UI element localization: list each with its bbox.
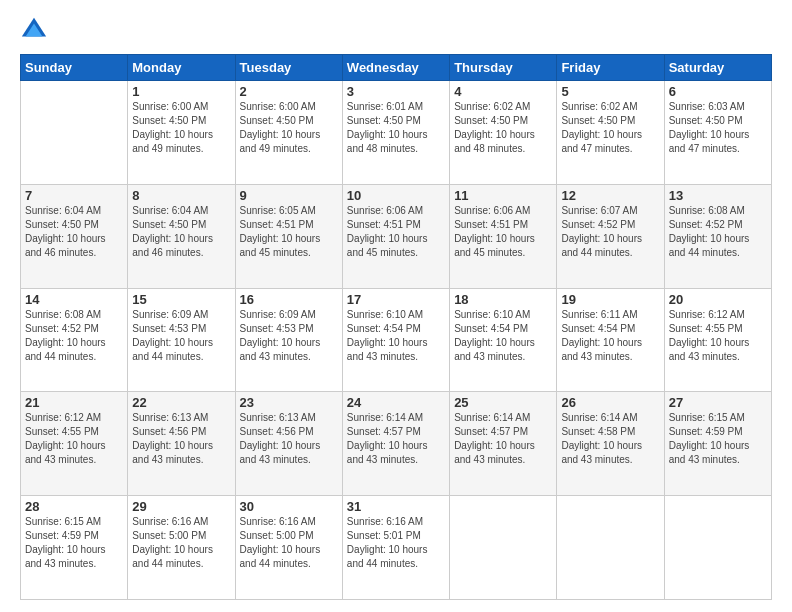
day-info: Sunrise: 6:16 AM Sunset: 5:01 PM Dayligh… xyxy=(347,515,445,571)
calendar-cell: 3Sunrise: 6:01 AM Sunset: 4:50 PM Daylig… xyxy=(342,81,449,185)
day-number: 5 xyxy=(561,84,659,99)
calendar-cell: 24Sunrise: 6:14 AM Sunset: 4:57 PM Dayli… xyxy=(342,392,449,496)
calendar-cell: 22Sunrise: 6:13 AM Sunset: 4:56 PM Dayli… xyxy=(128,392,235,496)
calendar-cell xyxy=(450,496,557,600)
day-number: 20 xyxy=(669,292,767,307)
day-number: 10 xyxy=(347,188,445,203)
day-number: 9 xyxy=(240,188,338,203)
day-info: Sunrise: 6:12 AM Sunset: 4:55 PM Dayligh… xyxy=(669,308,767,364)
page: SundayMondayTuesdayWednesdayThursdayFrid… xyxy=(0,0,792,612)
weekday-header-tuesday: Tuesday xyxy=(235,55,342,81)
day-info: Sunrise: 6:06 AM Sunset: 4:51 PM Dayligh… xyxy=(454,204,552,260)
day-info: Sunrise: 6:16 AM Sunset: 5:00 PM Dayligh… xyxy=(240,515,338,571)
calendar-cell: 10Sunrise: 6:06 AM Sunset: 4:51 PM Dayli… xyxy=(342,184,449,288)
day-number: 6 xyxy=(669,84,767,99)
day-number: 16 xyxy=(240,292,338,307)
calendar-cell xyxy=(664,496,771,600)
header xyxy=(20,16,772,44)
day-info: Sunrise: 6:12 AM Sunset: 4:55 PM Dayligh… xyxy=(25,411,123,467)
day-number: 30 xyxy=(240,499,338,514)
calendar-cell: 1Sunrise: 6:00 AM Sunset: 4:50 PM Daylig… xyxy=(128,81,235,185)
day-number: 11 xyxy=(454,188,552,203)
day-number: 29 xyxy=(132,499,230,514)
day-info: Sunrise: 6:13 AM Sunset: 4:56 PM Dayligh… xyxy=(240,411,338,467)
weekday-header-row: SundayMondayTuesdayWednesdayThursdayFrid… xyxy=(21,55,772,81)
day-number: 15 xyxy=(132,292,230,307)
day-info: Sunrise: 6:10 AM Sunset: 4:54 PM Dayligh… xyxy=(454,308,552,364)
weekday-header-thursday: Thursday xyxy=(450,55,557,81)
day-info: Sunrise: 6:11 AM Sunset: 4:54 PM Dayligh… xyxy=(561,308,659,364)
calendar-cell: 8Sunrise: 6:04 AM Sunset: 4:50 PM Daylig… xyxy=(128,184,235,288)
week-row-4: 21Sunrise: 6:12 AM Sunset: 4:55 PM Dayli… xyxy=(21,392,772,496)
calendar-cell: 16Sunrise: 6:09 AM Sunset: 4:53 PM Dayli… xyxy=(235,288,342,392)
weekday-header-friday: Friday xyxy=(557,55,664,81)
day-info: Sunrise: 6:15 AM Sunset: 4:59 PM Dayligh… xyxy=(669,411,767,467)
weekday-header-saturday: Saturday xyxy=(664,55,771,81)
day-number: 27 xyxy=(669,395,767,410)
day-number: 12 xyxy=(561,188,659,203)
day-info: Sunrise: 6:03 AM Sunset: 4:50 PM Dayligh… xyxy=(669,100,767,156)
day-number: 2 xyxy=(240,84,338,99)
calendar-cell: 13Sunrise: 6:08 AM Sunset: 4:52 PM Dayli… xyxy=(664,184,771,288)
week-row-3: 14Sunrise: 6:08 AM Sunset: 4:52 PM Dayli… xyxy=(21,288,772,392)
day-info: Sunrise: 6:14 AM Sunset: 4:58 PM Dayligh… xyxy=(561,411,659,467)
day-number: 26 xyxy=(561,395,659,410)
calendar-cell: 2Sunrise: 6:00 AM Sunset: 4:50 PM Daylig… xyxy=(235,81,342,185)
weekday-header-monday: Monday xyxy=(128,55,235,81)
day-number: 23 xyxy=(240,395,338,410)
calendar-table: SundayMondayTuesdayWednesdayThursdayFrid… xyxy=(20,54,772,600)
day-number: 19 xyxy=(561,292,659,307)
calendar-cell: 9Sunrise: 6:05 AM Sunset: 4:51 PM Daylig… xyxy=(235,184,342,288)
day-info: Sunrise: 6:05 AM Sunset: 4:51 PM Dayligh… xyxy=(240,204,338,260)
day-number: 25 xyxy=(454,395,552,410)
day-info: Sunrise: 6:00 AM Sunset: 4:50 PM Dayligh… xyxy=(240,100,338,156)
day-info: Sunrise: 6:13 AM Sunset: 4:56 PM Dayligh… xyxy=(132,411,230,467)
day-info: Sunrise: 6:07 AM Sunset: 4:52 PM Dayligh… xyxy=(561,204,659,260)
day-info: Sunrise: 6:06 AM Sunset: 4:51 PM Dayligh… xyxy=(347,204,445,260)
day-info: Sunrise: 6:00 AM Sunset: 4:50 PM Dayligh… xyxy=(132,100,230,156)
day-number: 7 xyxy=(25,188,123,203)
day-info: Sunrise: 6:02 AM Sunset: 4:50 PM Dayligh… xyxy=(454,100,552,156)
weekday-header-wednesday: Wednesday xyxy=(342,55,449,81)
calendar-cell: 30Sunrise: 6:16 AM Sunset: 5:00 PM Dayli… xyxy=(235,496,342,600)
calendar-cell xyxy=(21,81,128,185)
calendar-cell xyxy=(557,496,664,600)
logo-icon xyxy=(20,16,48,44)
day-number: 8 xyxy=(132,188,230,203)
calendar-cell: 23Sunrise: 6:13 AM Sunset: 4:56 PM Dayli… xyxy=(235,392,342,496)
calendar-cell: 11Sunrise: 6:06 AM Sunset: 4:51 PM Dayli… xyxy=(450,184,557,288)
logo xyxy=(20,16,52,44)
week-row-2: 7Sunrise: 6:04 AM Sunset: 4:50 PM Daylig… xyxy=(21,184,772,288)
day-number: 13 xyxy=(669,188,767,203)
week-row-5: 28Sunrise: 6:15 AM Sunset: 4:59 PM Dayli… xyxy=(21,496,772,600)
calendar-cell: 20Sunrise: 6:12 AM Sunset: 4:55 PM Dayli… xyxy=(664,288,771,392)
day-info: Sunrise: 6:01 AM Sunset: 4:50 PM Dayligh… xyxy=(347,100,445,156)
day-info: Sunrise: 6:16 AM Sunset: 5:00 PM Dayligh… xyxy=(132,515,230,571)
calendar-cell: 28Sunrise: 6:15 AM Sunset: 4:59 PM Dayli… xyxy=(21,496,128,600)
calendar-cell: 5Sunrise: 6:02 AM Sunset: 4:50 PM Daylig… xyxy=(557,81,664,185)
day-number: 3 xyxy=(347,84,445,99)
day-number: 18 xyxy=(454,292,552,307)
day-number: 17 xyxy=(347,292,445,307)
calendar-cell: 7Sunrise: 6:04 AM Sunset: 4:50 PM Daylig… xyxy=(21,184,128,288)
calendar-cell: 31Sunrise: 6:16 AM Sunset: 5:01 PM Dayli… xyxy=(342,496,449,600)
day-info: Sunrise: 6:14 AM Sunset: 4:57 PM Dayligh… xyxy=(347,411,445,467)
day-number: 1 xyxy=(132,84,230,99)
day-info: Sunrise: 6:10 AM Sunset: 4:54 PM Dayligh… xyxy=(347,308,445,364)
week-row-1: 1Sunrise: 6:00 AM Sunset: 4:50 PM Daylig… xyxy=(21,81,772,185)
calendar-cell: 17Sunrise: 6:10 AM Sunset: 4:54 PM Dayli… xyxy=(342,288,449,392)
day-number: 21 xyxy=(25,395,123,410)
day-number: 22 xyxy=(132,395,230,410)
calendar-cell: 19Sunrise: 6:11 AM Sunset: 4:54 PM Dayli… xyxy=(557,288,664,392)
weekday-header-sunday: Sunday xyxy=(21,55,128,81)
day-number: 14 xyxy=(25,292,123,307)
day-info: Sunrise: 6:04 AM Sunset: 4:50 PM Dayligh… xyxy=(132,204,230,260)
day-info: Sunrise: 6:08 AM Sunset: 4:52 PM Dayligh… xyxy=(25,308,123,364)
day-info: Sunrise: 6:08 AM Sunset: 4:52 PM Dayligh… xyxy=(669,204,767,260)
calendar-cell: 4Sunrise: 6:02 AM Sunset: 4:50 PM Daylig… xyxy=(450,81,557,185)
calendar-cell: 29Sunrise: 6:16 AM Sunset: 5:00 PM Dayli… xyxy=(128,496,235,600)
day-info: Sunrise: 6:09 AM Sunset: 4:53 PM Dayligh… xyxy=(240,308,338,364)
day-info: Sunrise: 6:14 AM Sunset: 4:57 PM Dayligh… xyxy=(454,411,552,467)
calendar-cell: 26Sunrise: 6:14 AM Sunset: 4:58 PM Dayli… xyxy=(557,392,664,496)
day-number: 31 xyxy=(347,499,445,514)
